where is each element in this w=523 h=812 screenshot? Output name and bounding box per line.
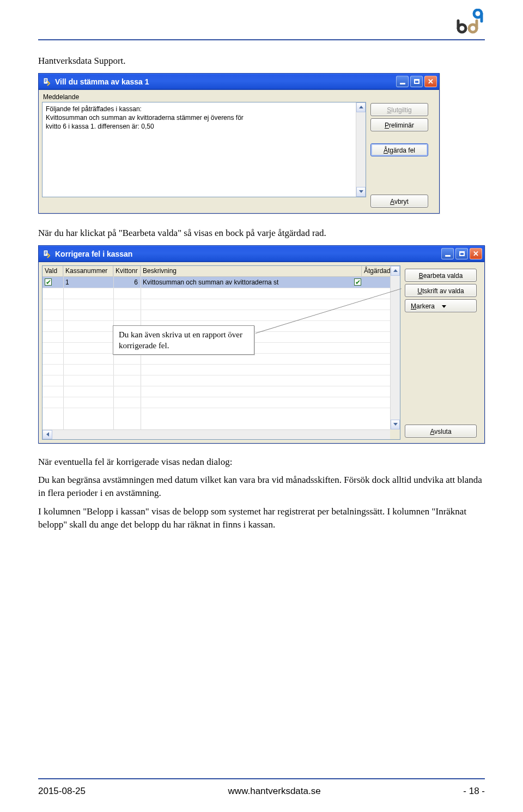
message-line-2: Kvittosumman och summan av kvittoraderna… xyxy=(46,113,362,122)
avsluta-button[interactable]: Avsluta xyxy=(405,425,477,438)
textarea-scrollbar[interactable] xyxy=(356,102,366,197)
footer-page: - 18 - xyxy=(463,786,485,797)
callout-text: Du kan även skriva ut en rapport över ko… xyxy=(119,330,242,350)
maximize-button[interactable] xyxy=(410,76,423,87)
page-footer: 2015-08-25 www.hantverksdata.se - 18 - xyxy=(38,778,485,797)
scroll-down-icon[interactable] xyxy=(391,420,400,429)
heading-text: Hantverksdata Support. xyxy=(38,54,485,68)
avbryt-button[interactable]: Avbryt xyxy=(370,195,428,208)
slutgiltig-button[interactable]: Slutgiltig xyxy=(370,103,428,116)
close-button[interactable]: ✕ xyxy=(470,248,482,259)
minimize-button[interactable] xyxy=(441,248,454,259)
para-1: När du har klickat på "Bearbeta valda" s… xyxy=(38,227,485,240)
footer-url: www.hantverksdata.se xyxy=(228,786,321,797)
footer-date: 2015-08-25 xyxy=(38,786,86,797)
dialog1-title: Vill du stämma av kassa 1 xyxy=(55,77,396,86)
meddelande-text: Följande fel påträffades i kassan: Kvitt… xyxy=(42,102,366,197)
dialog-stamma-av: Vill du stämma av kassa 1 ✕ Meddelande F… xyxy=(38,73,440,214)
scroll-up-icon[interactable] xyxy=(391,266,400,276)
utskrift-av-valda-button[interactable]: Utskrift av valda xyxy=(405,284,477,297)
cell-beskrivning: Kvittosumman och summan av kvittoraderna… xyxy=(141,277,352,288)
scroll-down-icon[interactable] xyxy=(356,187,366,197)
grid-header: Vald Kassanummer Kvittonr Beskrivning Åt… xyxy=(42,266,400,277)
dialog1-titlebar: Vill du stämma av kassa 1 ✕ xyxy=(39,74,439,90)
bearbeta-valda-button[interactable]: Bearbeta valda xyxy=(405,269,477,282)
grid-scrollbar-horizontal[interactable] xyxy=(42,429,400,439)
para-2-lead: När eventuella fel är korrigerade visas … xyxy=(38,456,485,469)
window-icon xyxy=(42,77,52,87)
cell-kassanummer: 1 xyxy=(63,277,113,288)
cell-kvittonr: 6 xyxy=(113,277,141,288)
header-rule xyxy=(38,39,485,40)
window-icon xyxy=(42,249,52,259)
minimize-button[interactable] xyxy=(396,76,409,87)
chevron-down-icon xyxy=(442,305,446,308)
close-button[interactable]: ✕ xyxy=(424,76,437,87)
atgarda-fel-button[interactable]: Åtgärda fel xyxy=(370,143,428,156)
atgardad-checkbox[interactable]: ✔ xyxy=(354,278,361,286)
para-3: Du kan begränsa avstämningen med datum v… xyxy=(38,474,485,500)
col-beskrivning[interactable]: Beskrivning xyxy=(141,266,362,276)
maximize-button[interactable] xyxy=(455,248,468,259)
para-4: I kolumnen "Belopp i kassan" visas de be… xyxy=(38,505,485,531)
meddelande-label: Meddelande xyxy=(43,93,366,101)
markera-dropdown[interactable]: Markera xyxy=(405,299,477,312)
callout-tip: Du kan även skriva ut en rapport över ko… xyxy=(113,325,254,355)
col-kassanummer[interactable]: Kassanummer xyxy=(63,266,113,276)
col-kvittonr[interactable]: Kvittonr xyxy=(113,266,141,276)
preliminar-button[interactable]: Preliminär xyxy=(370,118,428,131)
dialog-korrigera-fel: Korrigera fel i kassan ✕ Vald Kassanumme… xyxy=(38,245,485,444)
dialog2-titlebar: Korrigera fel i kassan ✕ xyxy=(39,246,484,262)
vald-checkbox[interactable]: ✔ xyxy=(45,278,52,286)
message-line-3: kvitto 6 i kassa 1. differensen är: 0,50 xyxy=(46,122,362,131)
col-vald[interactable]: Vald xyxy=(42,266,63,276)
message-line-1: Följande fel påträffades i kassan: xyxy=(46,105,362,113)
grid-row[interactable]: ✔ 1 6 Kvittosumman och summan av kvittor… xyxy=(42,277,390,288)
scroll-up-icon[interactable] xyxy=(356,102,366,112)
brand-logo xyxy=(457,9,485,37)
dialog2-title: Korrigera fel i kassan xyxy=(55,250,441,258)
scroll-left-icon[interactable] xyxy=(42,430,52,439)
